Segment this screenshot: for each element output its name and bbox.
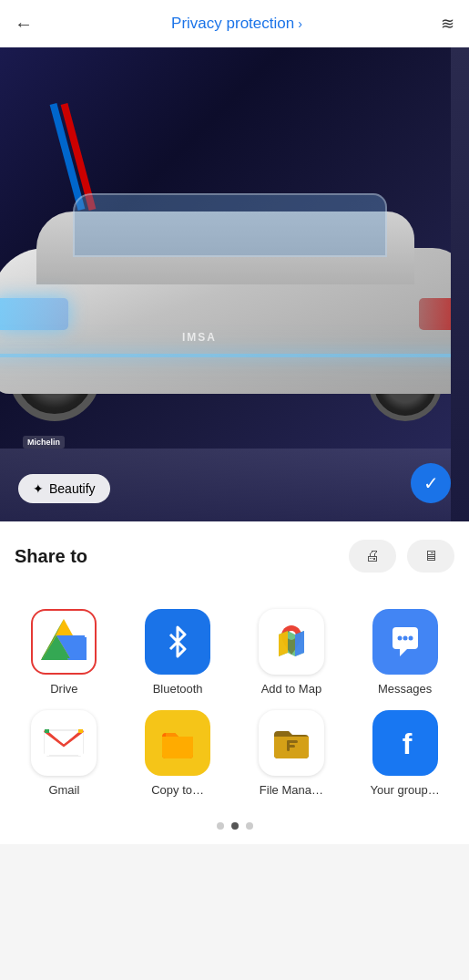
app-item-gmail[interactable]: Gmail <box>12 710 117 797</box>
app-item-messages[interactable]: Messages <box>352 609 457 696</box>
car-body <box>0 193 469 449</box>
drive-icon-wrap <box>31 609 97 675</box>
app-item-filemanager[interactable]: File Mana… <box>239 710 343 797</box>
app-item-bluetooth[interactable]: Bluetooth <box>126 609 230 696</box>
facebook-bg: f <box>372 710 438 776</box>
car-light-left <box>0 298 68 330</box>
messages-icon <box>387 624 423 660</box>
copyto-icon <box>158 724 197 762</box>
gmail-icon <box>43 727 85 759</box>
app-item-copyto[interactable]: Copy to… <box>126 710 230 797</box>
car-windshield <box>73 193 387 257</box>
chevron-right-icon: › <box>298 16 302 31</box>
share-section: Share to 🖨 🖥 <box>0 521 469 587</box>
print-button[interactable]: 🖨 <box>349 540 396 573</box>
header: ← Privacy protection › ≋ <box>0 0 469 47</box>
car-image: Michelin IMSA <box>0 47 469 521</box>
checkmark-icon: ✓ <box>423 472 439 494</box>
filemanager-icon <box>270 722 312 764</box>
check-button[interactable]: ✓ <box>411 463 451 503</box>
app-item-drive[interactable]: Drive <box>12 609 117 696</box>
app-grid: Drive Bluetooth <box>0 587 469 811</box>
app-item-facebook[interactable]: f Your group… <box>352 710 457 797</box>
svg-point-15 <box>397 636 402 641</box>
svg-point-17 <box>408 636 413 641</box>
svg-rect-25 <box>287 740 290 751</box>
beautify-button[interactable]: ✦ Beautify <box>18 474 110 503</box>
privacy-protection-link[interactable]: Privacy protection › <box>171 15 302 33</box>
share-title: Share to <box>15 546 87 567</box>
svg-point-16 <box>403 636 407 641</box>
facebook-icon: f <box>387 725 423 761</box>
pagination-dots <box>0 811 469 844</box>
messages-icon-wrap <box>372 609 438 675</box>
svg-marker-13 <box>279 631 288 656</box>
car-glow-line <box>0 354 469 357</box>
gmail-icon-wrap <box>31 710 97 776</box>
messages-bg <box>372 609 438 675</box>
bluetooth-icon <box>161 625 194 658</box>
drive-icon <box>36 614 91 669</box>
maps-icon <box>271 622 311 662</box>
svg-marker-14 <box>295 631 304 656</box>
imsa-badge: IMSA <box>182 331 217 344</box>
messages-label: Messages <box>378 682 432 696</box>
svg-text:f: f <box>402 727 412 760</box>
maps-icon-wrap <box>259 609 324 675</box>
copyto-bg <box>145 710 210 776</box>
pagination-dot-1[interactable] <box>217 822 224 830</box>
pagination-dot-2[interactable] <box>231 822 239 830</box>
beautify-star-icon: ✦ <box>33 481 44 496</box>
image-carousel: Michelin IMSA ✦ Beautify ✓ <box>0 47 469 521</box>
filemanager-bg <box>259 710 324 776</box>
app-item-maps[interactable]: Add to Map <box>239 609 343 696</box>
display-button[interactable]: 🖥 <box>407 540 454 573</box>
facebook-icon-wrap: f <box>372 710 438 776</box>
gmail-bg <box>31 710 97 776</box>
share-actions: 🖨 🖥 <box>349 540 454 573</box>
print-icon: 🖨 <box>365 548 380 564</box>
app-row-1: Drive Bluetooth <box>0 602 469 703</box>
bluetooth-bg <box>145 609 210 675</box>
maps-label: Add to Map <box>261 682 322 696</box>
copyto-icon-wrap <box>145 710 210 776</box>
filter-icon[interactable]: ≋ <box>441 14 454 34</box>
app-row-2: Gmail Copy to… <box>0 703 469 804</box>
michelin-badge: Michelin <box>23 436 65 449</box>
pagination-dot-3[interactable] <box>246 822 253 830</box>
header-title: Privacy protection <box>171 15 294 33</box>
beautify-label: Beautify <box>49 481 96 496</box>
filemanager-label: File Mana… <box>260 783 323 797</box>
drive-label: Drive <box>50 682 77 696</box>
filemanager-icon-wrap <box>259 710 324 776</box>
bluetooth-icon-wrap <box>145 609 210 675</box>
maps-bg <box>259 609 324 675</box>
copyto-label: Copy to… <box>151 783 204 797</box>
facebook-label: Your group… <box>371 783 440 797</box>
back-button[interactable]: ← <box>15 14 33 35</box>
bluetooth-label: Bluetooth <box>153 682 203 696</box>
gmail-label: Gmail <box>48 783 79 797</box>
display-icon: 🖥 <box>423 548 438 564</box>
second-image-peek <box>451 47 469 521</box>
